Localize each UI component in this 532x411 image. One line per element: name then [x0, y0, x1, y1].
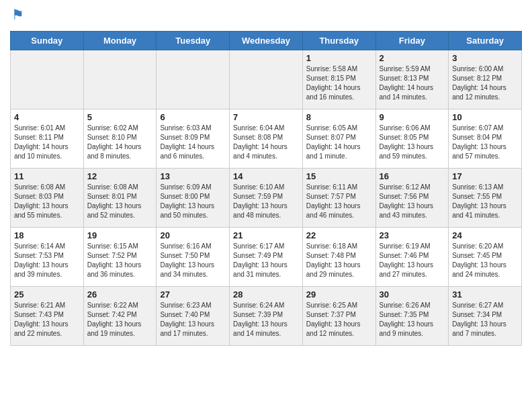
cell-info: Sunrise: 5:58 AM Sunset: 8:15 PM Dayligh…	[306, 64, 372, 102]
day-header-saturday: Saturday	[449, 32, 522, 50]
cell-date: 22	[306, 230, 372, 240]
cell-date: 30	[380, 289, 445, 300]
calendar-cell	[230, 50, 303, 109]
calendar-body: 1Sunrise: 5:58 AM Sunset: 8:15 PM Daylig…	[11, 50, 522, 346]
calendar-cell: 1Sunrise: 5:58 AM Sunset: 8:15 PM Daylig…	[302, 50, 375, 109]
cell-info: Sunrise: 6:20 AM Sunset: 7:45 PM Dayligh…	[452, 242, 518, 279]
cell-info: Sunrise: 6:17 AM Sunset: 7:49 PM Dayligh…	[233, 242, 299, 279]
calendar-cell	[11, 50, 84, 109]
cell-info: Sunrise: 6:26 AM Sunset: 7:35 PM Dayligh…	[380, 301, 445, 338]
cell-info: Sunrise: 6:09 AM Sunset: 8:00 PM Dayligh…	[160, 183, 226, 220]
day-header-sunday: Sunday	[11, 32, 84, 50]
calendar-header-row: SundayMondayTuesdayWednesdayThursdayFrid…	[11, 32, 522, 50]
logo: ⚑	[10, 7, 32, 26]
cell-date: 14	[233, 171, 299, 181]
cell-date: 12	[87, 171, 153, 181]
svg-text:⚑: ⚑	[11, 7, 24, 22]
calendar-row: 4Sunrise: 6:01 AM Sunset: 8:11 PM Daylig…	[11, 109, 522, 169]
calendar-cell: 21Sunrise: 6:17 AM Sunset: 7:49 PM Dayli…	[230, 228, 303, 287]
calendar-cell: 2Sunrise: 5:59 AM Sunset: 8:13 PM Daylig…	[375, 50, 449, 109]
cell-date: 4	[14, 112, 80, 122]
cell-info: Sunrise: 6:23 AM Sunset: 7:40 PM Dayligh…	[160, 301, 226, 338]
calendar-row: 25Sunrise: 6:21 AM Sunset: 7:43 PM Dayli…	[11, 287, 522, 346]
cell-date: 25	[14, 289, 80, 300]
calendar-row: 1Sunrise: 5:58 AM Sunset: 8:15 PM Daylig…	[11, 50, 522, 109]
calendar-cell: 8Sunrise: 6:05 AM Sunset: 8:07 PM Daylig…	[302, 109, 375, 169]
cell-info: Sunrise: 6:12 AM Sunset: 7:56 PM Dayligh…	[380, 183, 445, 220]
calendar-cell: 26Sunrise: 6:22 AM Sunset: 7:42 PM Dayli…	[83, 287, 157, 346]
day-header-tuesday: Tuesday	[157, 32, 230, 50]
cell-info: Sunrise: 5:59 AM Sunset: 8:13 PM Dayligh…	[380, 64, 445, 102]
cell-info: Sunrise: 6:03 AM Sunset: 8:09 PM Dayligh…	[160, 124, 226, 161]
cell-date: 20	[160, 230, 226, 240]
day-header-monday: Monday	[83, 32, 157, 50]
calendar-cell: 13Sunrise: 6:09 AM Sunset: 8:00 PM Dayli…	[157, 169, 230, 228]
header: ⚑	[10, 7, 522, 26]
day-header-thursday: Thursday	[302, 32, 375, 50]
cell-date: 11	[14, 171, 80, 181]
cell-info: Sunrise: 6:08 AM Sunset: 8:01 PM Dayligh…	[87, 183, 153, 220]
calendar-cell: 15Sunrise: 6:11 AM Sunset: 7:57 PM Dayli…	[302, 169, 375, 228]
cell-info: Sunrise: 6:07 AM Sunset: 8:04 PM Dayligh…	[452, 124, 518, 161]
calendar-row: 11Sunrise: 6:08 AM Sunset: 8:03 PM Dayli…	[11, 169, 522, 228]
calendar-cell: 31Sunrise: 6:27 AM Sunset: 7:34 PM Dayli…	[449, 287, 522, 346]
calendar-cell: 20Sunrise: 6:16 AM Sunset: 7:50 PM Dayli…	[157, 228, 230, 287]
calendar-cell: 29Sunrise: 6:25 AM Sunset: 7:37 PM Dayli…	[302, 287, 375, 346]
cell-date: 1	[306, 53, 372, 63]
day-header-friday: Friday	[375, 32, 449, 50]
cell-info: Sunrise: 6:18 AM Sunset: 7:48 PM Dayligh…	[306, 242, 372, 279]
calendar-cell: 11Sunrise: 6:08 AM Sunset: 8:03 PM Dayli…	[11, 169, 84, 228]
cell-date: 31	[452, 289, 518, 300]
cell-info: Sunrise: 6:14 AM Sunset: 7:53 PM Dayligh…	[14, 242, 80, 279]
calendar-cell: 27Sunrise: 6:23 AM Sunset: 7:40 PM Dayli…	[157, 287, 230, 346]
cell-info: Sunrise: 6:15 AM Sunset: 7:52 PM Dayligh…	[87, 242, 153, 279]
cell-info: Sunrise: 6:08 AM Sunset: 8:03 PM Dayligh…	[14, 183, 80, 220]
cell-date: 10	[452, 112, 518, 122]
calendar-cell: 25Sunrise: 6:21 AM Sunset: 7:43 PM Dayli…	[11, 287, 84, 346]
cell-date: 6	[160, 112, 226, 122]
calendar-cell: 5Sunrise: 6:02 AM Sunset: 8:10 PM Daylig…	[83, 109, 157, 169]
calendar-cell: 19Sunrise: 6:15 AM Sunset: 7:52 PM Dayli…	[83, 228, 157, 287]
cell-date: 19	[87, 230, 153, 240]
cell-info: Sunrise: 6:06 AM Sunset: 8:05 PM Dayligh…	[380, 124, 445, 161]
cell-date: 21	[233, 230, 299, 240]
cell-info: Sunrise: 6:04 AM Sunset: 8:08 PM Dayligh…	[233, 124, 299, 161]
cell-date: 2	[380, 53, 445, 63]
cell-info: Sunrise: 6:00 AM Sunset: 8:12 PM Dayligh…	[452, 64, 518, 102]
cell-date: 27	[160, 289, 226, 300]
cell-date: 5	[87, 112, 153, 122]
day-header-wednesday: Wednesday	[230, 32, 303, 50]
calendar-cell: 3Sunrise: 6:00 AM Sunset: 8:12 PM Daylig…	[449, 50, 522, 109]
logo-icon: ⚑	[10, 7, 29, 26]
calendar-cell: 24Sunrise: 6:20 AM Sunset: 7:45 PM Dayli…	[449, 228, 522, 287]
cell-info: Sunrise: 6:01 AM Sunset: 8:11 PM Dayligh…	[14, 124, 80, 161]
cell-date: 7	[233, 112, 299, 122]
cell-date: 15	[306, 171, 372, 181]
calendar-cell: 28Sunrise: 6:24 AM Sunset: 7:39 PM Dayli…	[230, 287, 303, 346]
calendar-row: 18Sunrise: 6:14 AM Sunset: 7:53 PM Dayli…	[11, 228, 522, 287]
cell-date: 26	[87, 289, 153, 300]
cell-date: 8	[306, 112, 372, 122]
calendar-cell: 10Sunrise: 6:07 AM Sunset: 8:04 PM Dayli…	[449, 109, 522, 169]
cell-date: 13	[160, 171, 226, 181]
calendar-cell	[157, 50, 230, 109]
calendar-cell: 16Sunrise: 6:12 AM Sunset: 7:56 PM Dayli…	[375, 169, 449, 228]
calendar-cell: 18Sunrise: 6:14 AM Sunset: 7:53 PM Dayli…	[11, 228, 84, 287]
cell-info: Sunrise: 6:13 AM Sunset: 7:55 PM Dayligh…	[452, 183, 518, 220]
cell-info: Sunrise: 6:27 AM Sunset: 7:34 PM Dayligh…	[452, 301, 518, 338]
calendar-cell: 17Sunrise: 6:13 AM Sunset: 7:55 PM Dayli…	[449, 169, 522, 228]
cell-info: Sunrise: 6:10 AM Sunset: 7:59 PM Dayligh…	[233, 183, 299, 220]
cell-info: Sunrise: 6:16 AM Sunset: 7:50 PM Dayligh…	[160, 242, 226, 279]
cell-date: 29	[306, 289, 372, 300]
cell-date: 18	[14, 230, 80, 240]
cell-info: Sunrise: 6:25 AM Sunset: 7:37 PM Dayligh…	[306, 301, 372, 338]
calendar-cell: 30Sunrise: 6:26 AM Sunset: 7:35 PM Dayli…	[375, 287, 449, 346]
cell-date: 28	[233, 289, 299, 300]
cell-date: 17	[452, 171, 518, 181]
cell-info: Sunrise: 6:22 AM Sunset: 7:42 PM Dayligh…	[87, 301, 153, 338]
cell-date: 23	[380, 230, 445, 240]
calendar-table: SundayMondayTuesdayWednesdayThursdayFrid…	[10, 31, 522, 346]
calendar-cell: 22Sunrise: 6:18 AM Sunset: 7:48 PM Dayli…	[302, 228, 375, 287]
cell-date: 3	[452, 53, 518, 63]
cell-info: Sunrise: 6:21 AM Sunset: 7:43 PM Dayligh…	[14, 301, 80, 338]
